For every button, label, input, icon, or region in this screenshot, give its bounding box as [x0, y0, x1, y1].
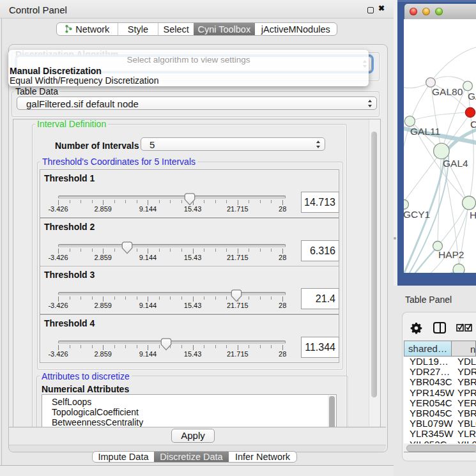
svg-text:HAP2: HAP2: [438, 249, 464, 260]
svg-text:GAL11: GAL11: [410, 126, 440, 137]
svg-text:GAL4: GAL4: [443, 158, 468, 169]
svg-text:GA: GA: [468, 91, 476, 102]
svg-text:H: H: [470, 210, 476, 220]
svg-text:GCY1: GCY1: [404, 209, 430, 220]
svg-text:CY: CY: [470, 119, 476, 130]
svg-text:GAL80: GAL80: [432, 86, 463, 97]
